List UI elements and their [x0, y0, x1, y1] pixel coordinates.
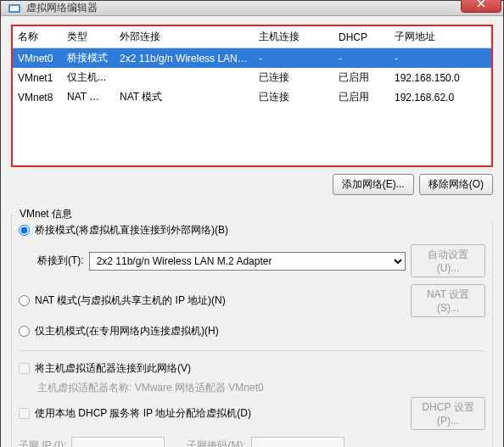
- app-icon: [8, 2, 21, 15]
- auto-set-button[interactable]: 自动设置(U)...: [411, 244, 485, 277]
- client-area: 名称 类型 外部连接 主机连接 DHCP 子网地址 VMnet0 桥接模式 2x…: [1, 16, 503, 447]
- window: 虚拟网络编辑器 名称 类型 外部连接 主机连接 DHCP 子网地址: [0, 0, 504, 447]
- titlebar: 虚拟网络编辑器: [1, 1, 503, 16]
- subnet-ip-input[interactable]: [71, 437, 165, 447]
- col-subnet[interactable]: 子网地址: [389, 26, 491, 48]
- dhcp-settings-button[interactable]: DHCP 设置(P)...: [411, 397, 485, 430]
- subnet-mask-input[interactable]: [251, 437, 344, 447]
- table-row[interactable]: VMnet1 仅主机... 已连接 已启用 192.168.150.0: [13, 68, 491, 87]
- radio-bridge-input[interactable]: [19, 225, 30, 236]
- radio-nat-input[interactable]: [19, 295, 30, 306]
- adapter-name-label: 主机虚拟适配器名称: VMware 网络适配器 VMnet0: [37, 381, 485, 395]
- radio-hostonly-input[interactable]: [19, 326, 30, 337]
- col-dhcp[interactable]: DHCP: [333, 26, 389, 48]
- col-type[interactable]: 类型: [62, 26, 115, 48]
- remove-network-button[interactable]: 移除网络(O): [419, 174, 493, 195]
- col-host[interactable]: 主机连接: [254, 26, 333, 48]
- col-ext[interactable]: 外部连接: [115, 26, 254, 48]
- check-dhcp[interactable]: 使用本地 DHCP 服务将 IP 地址分配给虚拟机(D): [19, 406, 251, 421]
- subnet-ip-label: 子网 IP (I):: [19, 439, 66, 448]
- check-connect-host-input[interactable]: [19, 363, 30, 374]
- group-title: VMnet 信息: [16, 207, 498, 221]
- table-row[interactable]: VMnet0 桥接模式 2x2 11b/g/n Wireless LAN M..…: [13, 48, 491, 69]
- col-name[interactable]: 名称: [13, 26, 62, 48]
- table-row[interactable]: VMnet8 NAT 模式 NAT 模式 已连接 已启用 192.168.62.…: [13, 87, 491, 107]
- add-network-button[interactable]: 添加网络(E)...: [333, 174, 414, 195]
- radio-bridge[interactable]: 桥接模式(将虚拟机直接连接到外部网络)(B): [19, 221, 228, 239]
- svg-rect-1: [10, 6, 19, 11]
- bridge-adapter-select[interactable]: 2x2 11b/g/n Wireless LAN M.2 Adapter: [89, 252, 406, 271]
- close-button[interactable]: [461, 0, 501, 13]
- subnet-mask-label: 子网掩码(M):: [187, 439, 245, 448]
- bridge-to-label: 桥接到(T):: [37, 254, 84, 268]
- radio-nat[interactable]: NAT 模式(与虚拟机共享主机的 IP 地址)(N): [19, 292, 226, 310]
- check-connect-host[interactable]: 将主机虚拟适配器连接到此网络(V): [19, 361, 485, 376]
- vmnet-info-group: 桥接模式(将虚拟机直接连接到外部网络)(B) 桥接到(T): 2x2 11b/g…: [11, 213, 493, 447]
- nat-settings-button[interactable]: NAT 设置(S)...: [411, 284, 485, 317]
- radio-hostonly[interactable]: 仅主机模式(在专用网络内连接虚拟机)(H): [19, 322, 485, 340]
- window-title: 虚拟网络编辑器: [26, 1, 461, 15]
- network-table[interactable]: 名称 类型 外部连接 主机连接 DHCP 子网地址 VMnet0 桥接模式 2x…: [11, 25, 493, 167]
- check-dhcp-input[interactable]: [19, 408, 30, 419]
